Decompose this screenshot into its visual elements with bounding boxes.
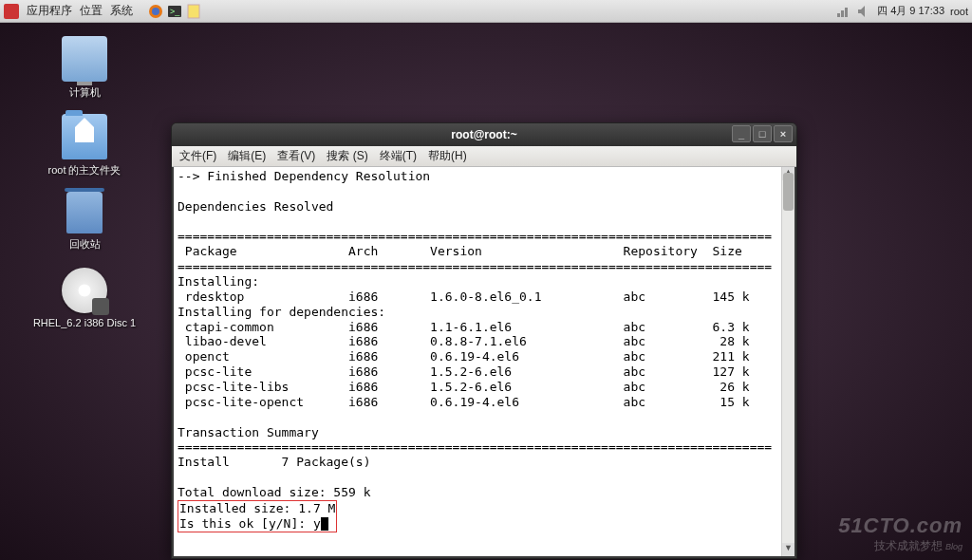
menu-search[interactable]: 搜索 (S) (323, 148, 371, 164)
terminal-output[interactable]: --> Finished Dependency Resolution Depen… (174, 167, 794, 556)
scrollbar[interactable]: ▲ ▼ (781, 167, 794, 556)
scroll-thumb[interactable] (783, 173, 794, 211)
desktop: 计算机 root 的主文件夹 回收站 RHEL_6.2 i386 Disc 1 … (0, 23, 972, 560)
menu-view[interactable]: 查看(V) (273, 148, 319, 164)
distro-logo-icon (4, 4, 19, 19)
desktop-icon-computer[interactable]: 计算机 (42, 36, 127, 100)
scroll-down-icon[interactable]: ▼ (782, 543, 794, 556)
menu-applications[interactable]: 应用程序 (27, 3, 72, 19)
svg-rect-4 (188, 5, 199, 18)
maximize-button[interactable]: □ (753, 125, 772, 142)
notes-icon[interactable] (186, 4, 201, 19)
home-folder-icon (62, 114, 107, 159)
svg-point-1 (152, 8, 159, 15)
taskbar-user[interactable]: root (950, 6, 968, 17)
menu-file[interactable]: 文件(F) (176, 148, 220, 164)
menu-system[interactable]: 系统 (110, 3, 133, 19)
trash-icon (66, 192, 103, 233)
svg-text:>_: >_ (170, 7, 180, 16)
terminal-launcher-icon[interactable]: >_ (167, 4, 182, 19)
menu-places[interactable]: 位置 (80, 3, 103, 19)
window-menubar: 文件(F) 编辑(E) 查看(V) 搜索 (S) 终端(T) 帮助(H) (172, 146, 796, 167)
terminal-window: root@root:~ _ □ × 文件(F) 编辑(E) 查看(V) 搜索 (… (171, 122, 797, 559)
desktop-icon-home[interactable]: root 的主文件夹 (42, 114, 127, 177)
network-tray-icon[interactable] (835, 4, 850, 19)
taskbar-clock[interactable]: 四 4月 9 17:33 (877, 4, 944, 18)
top-taskbar: 应用程序 位置 系统 >_ 四 4月 9 17:33 root (0, 0, 972, 23)
computer-icon (62, 36, 107, 82)
menu-edit[interactable]: 编辑(E) (224, 148, 270, 164)
minimize-button[interactable]: _ (732, 125, 751, 142)
desktop-icon-dvd[interactable]: RHEL_6.2 i386 Disc 1 (32, 268, 137, 328)
desktop-icon-label: root 的主文件夹 (42, 163, 127, 177)
window-title: root@root:~ (451, 128, 516, 141)
desktop-icon-label: 回收站 (42, 237, 127, 252)
desktop-icon-label: 计算机 (42, 85, 127, 100)
volume-tray-icon[interactable] (856, 4, 871, 19)
menu-help[interactable]: 帮助(H) (424, 148, 471, 164)
dvd-icon (62, 268, 107, 313)
desktop-icon-label: RHEL_6.2 i386 Disc 1 (32, 317, 137, 328)
desktop-icon-trash[interactable]: 回收站 (42, 192, 127, 252)
firefox-icon[interactable] (148, 4, 163, 19)
window-titlebar[interactable]: root@root:~ _ □ × (172, 123, 796, 146)
watermark: 51CTO.com 技术成就梦想 Blog (838, 513, 963, 554)
menu-terminal[interactable]: 终端(T) (376, 148, 421, 164)
close-button[interactable]: × (774, 125, 793, 142)
